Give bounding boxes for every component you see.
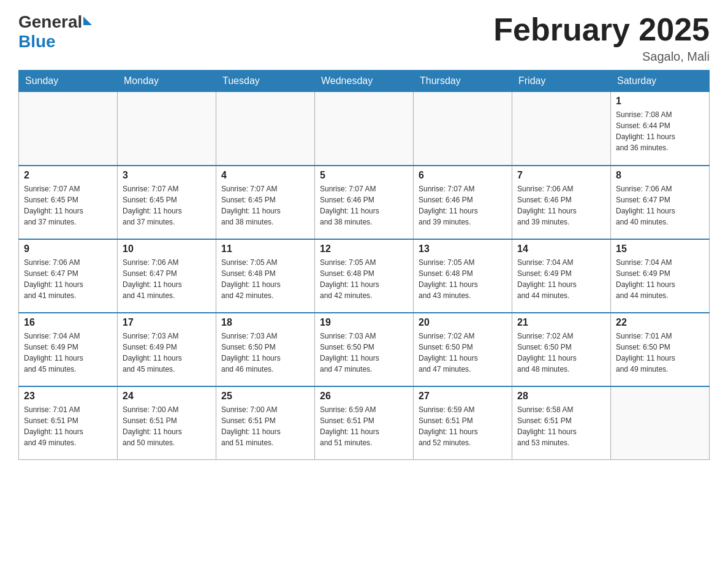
calendar-week-row: 2Sunrise: 7:07 AM Sunset: 6:45 PM Daylig… <box>19 166 710 239</box>
weekday-header-saturday: Saturday <box>611 71 710 92</box>
day-number: 9 <box>24 243 112 255</box>
weekday-header-thursday: Thursday <box>414 71 512 92</box>
day-number: 28 <box>517 391 605 402</box>
weekday-header-sunday: Sunday <box>19 71 118 92</box>
day-info: Sunrise: 7:00 AM Sunset: 6:51 PM Dayligh… <box>123 404 211 448</box>
weekday-header-wednesday: Wednesday <box>315 71 414 92</box>
calendar-cell: 8Sunrise: 7:06 AM Sunset: 6:47 PM Daylig… <box>611 166 710 239</box>
day-number: 5 <box>320 170 408 181</box>
day-info: Sunrise: 7:07 AM Sunset: 6:45 PM Dayligh… <box>24 183 112 228</box>
day-info: Sunrise: 6:59 AM Sunset: 6:51 PM Dayligh… <box>419 404 507 448</box>
day-info: Sunrise: 7:05 AM Sunset: 6:48 PM Dayligh… <box>419 257 507 301</box>
calendar-week-row: 23Sunrise: 7:01 AM Sunset: 6:51 PM Dayli… <box>19 386 710 460</box>
calendar-cell: 21Sunrise: 7:02 AM Sunset: 6:50 PM Dayli… <box>512 313 611 386</box>
calendar-cell: 24Sunrise: 7:00 AM Sunset: 6:51 PM Dayli… <box>118 386 216 460</box>
day-info: Sunrise: 7:03 AM Sunset: 6:49 PM Dayligh… <box>123 331 211 375</box>
calendar-cell: 9Sunrise: 7:06 AM Sunset: 6:47 PM Daylig… <box>19 239 118 313</box>
calendar-cell: 16Sunrise: 7:04 AM Sunset: 6:49 PM Dayli… <box>19 313 118 386</box>
calendar-cell: 26Sunrise: 6:59 AM Sunset: 6:51 PM Dayli… <box>315 386 414 460</box>
day-number: 13 <box>419 243 507 255</box>
day-info: Sunrise: 7:01 AM Sunset: 6:50 PM Dayligh… <box>616 331 704 375</box>
calendar-cell: 22Sunrise: 7:01 AM Sunset: 6:50 PM Dayli… <box>611 313 710 386</box>
calendar-cell: 18Sunrise: 7:03 AM Sunset: 6:50 PM Dayli… <box>216 313 315 386</box>
calendar-week-row: 9Sunrise: 7:06 AM Sunset: 6:47 PM Daylig… <box>19 239 710 313</box>
weekday-header-friday: Friday <box>512 71 611 92</box>
calendar-cell: 1Sunrise: 7:08 AM Sunset: 6:44 PM Daylig… <box>611 92 710 166</box>
logo-arrow-icon <box>83 17 92 25</box>
calendar-cell: 3Sunrise: 7:07 AM Sunset: 6:45 PM Daylig… <box>118 166 216 239</box>
day-number: 4 <box>221 170 309 181</box>
day-number: 16 <box>24 317 112 328</box>
calendar-week-row: 1Sunrise: 7:08 AM Sunset: 6:44 PM Daylig… <box>19 92 710 166</box>
weekday-header-monday: Monday <box>118 71 216 92</box>
calendar-cell: 6Sunrise: 7:07 AM Sunset: 6:46 PM Daylig… <box>414 166 512 239</box>
calendar-cell: 5Sunrise: 7:07 AM Sunset: 6:46 PM Daylig… <box>315 166 414 239</box>
day-info: Sunrise: 7:07 AM Sunset: 6:46 PM Dayligh… <box>419 183 507 228</box>
day-info: Sunrise: 6:58 AM Sunset: 6:51 PM Dayligh… <box>517 404 605 448</box>
calendar-cell: 27Sunrise: 6:59 AM Sunset: 6:51 PM Dayli… <box>414 386 512 460</box>
day-info: Sunrise: 7:06 AM Sunset: 6:46 PM Dayligh… <box>517 183 605 228</box>
logo-blue-text: Blue <box>18 32 56 52</box>
calendar-cell: 10Sunrise: 7:06 AM Sunset: 6:47 PM Dayli… <box>118 239 216 313</box>
calendar-cell <box>216 92 315 166</box>
day-info: Sunrise: 6:59 AM Sunset: 6:51 PM Dayligh… <box>320 404 408 448</box>
calendar-cell <box>512 92 611 166</box>
calendar-cell: 20Sunrise: 7:02 AM Sunset: 6:50 PM Dayli… <box>414 313 512 386</box>
calendar-cell: 2Sunrise: 7:07 AM Sunset: 6:45 PM Daylig… <box>19 166 118 239</box>
location-subtitle: Sagalo, Mali <box>493 50 710 64</box>
calendar-cell <box>118 92 216 166</box>
day-info: Sunrise: 7:04 AM Sunset: 6:49 PM Dayligh… <box>616 257 704 301</box>
calendar-cell: 14Sunrise: 7:04 AM Sunset: 6:49 PM Dayli… <box>512 239 611 313</box>
day-number: 23 <box>24 391 112 402</box>
day-info: Sunrise: 7:04 AM Sunset: 6:49 PM Dayligh… <box>517 257 605 301</box>
logo-general-text: General <box>18 12 82 32</box>
day-number: 22 <box>616 317 704 328</box>
page-header: General Blue February 2025 Sagalo, Mali <box>18 12 710 64</box>
day-info: Sunrise: 7:07 AM Sunset: 6:45 PM Dayligh… <box>123 183 211 228</box>
day-info: Sunrise: 7:06 AM Sunset: 6:47 PM Dayligh… <box>24 257 112 301</box>
calendar-cell: 11Sunrise: 7:05 AM Sunset: 6:48 PM Dayli… <box>216 239 315 313</box>
day-number: 3 <box>123 170 211 181</box>
day-info: Sunrise: 7:06 AM Sunset: 6:47 PM Dayligh… <box>123 257 211 301</box>
day-info: Sunrise: 7:01 AM Sunset: 6:51 PM Dayligh… <box>24 404 112 448</box>
calendar-cell <box>315 92 414 166</box>
calendar-cell: 7Sunrise: 7:06 AM Sunset: 6:46 PM Daylig… <box>512 166 611 239</box>
month-title: February 2025 <box>493 12 710 47</box>
day-number: 20 <box>419 317 507 328</box>
day-number: 6 <box>419 170 507 181</box>
calendar-cell: 12Sunrise: 7:05 AM Sunset: 6:48 PM Dayli… <box>315 239 414 313</box>
day-info: Sunrise: 7:06 AM Sunset: 6:47 PM Dayligh… <box>616 183 704 228</box>
day-info: Sunrise: 7:08 AM Sunset: 6:44 PM Dayligh… <box>616 109 704 153</box>
day-info: Sunrise: 7:03 AM Sunset: 6:50 PM Dayligh… <box>221 331 309 375</box>
day-info: Sunrise: 7:07 AM Sunset: 6:46 PM Dayligh… <box>320 183 408 228</box>
calendar-cell: 4Sunrise: 7:07 AM Sunset: 6:45 PM Daylig… <box>216 166 315 239</box>
title-section: February 2025 Sagalo, Mali <box>493 12 710 64</box>
day-info: Sunrise: 7:05 AM Sunset: 6:48 PM Dayligh… <box>320 257 408 301</box>
day-info: Sunrise: 7:02 AM Sunset: 6:50 PM Dayligh… <box>517 331 605 375</box>
day-number: 21 <box>517 317 605 328</box>
calendar-cell: 25Sunrise: 7:00 AM Sunset: 6:51 PM Dayli… <box>216 386 315 460</box>
calendar-cell: 28Sunrise: 6:58 AM Sunset: 6:51 PM Dayli… <box>512 386 611 460</box>
day-number: 8 <box>616 170 704 181</box>
day-number: 2 <box>24 170 112 181</box>
day-number: 26 <box>320 391 408 402</box>
calendar-week-row: 16Sunrise: 7:04 AM Sunset: 6:49 PM Dayli… <box>19 313 710 386</box>
calendar-cell <box>19 92 118 166</box>
calendar-cell: 15Sunrise: 7:04 AM Sunset: 6:49 PM Dayli… <box>611 239 710 313</box>
day-number: 18 <box>221 317 309 328</box>
day-number: 10 <box>123 243 211 255</box>
calendar-cell: 17Sunrise: 7:03 AM Sunset: 6:49 PM Dayli… <box>118 313 216 386</box>
day-info: Sunrise: 7:05 AM Sunset: 6:48 PM Dayligh… <box>221 257 309 301</box>
calendar-cell: 19Sunrise: 7:03 AM Sunset: 6:50 PM Dayli… <box>315 313 414 386</box>
day-number: 25 <box>221 391 309 402</box>
day-number: 1 <box>616 96 704 107</box>
day-number: 7 <box>517 170 605 181</box>
weekday-header-row: SundayMondayTuesdayWednesdayThursdayFrid… <box>19 71 710 92</box>
day-number: 14 <box>517 243 605 255</box>
calendar-table: SundayMondayTuesdayWednesdayThursdayFrid… <box>18 70 710 460</box>
logo: General Blue <box>18 12 92 52</box>
day-number: 15 <box>616 243 704 255</box>
calendar-cell: 23Sunrise: 7:01 AM Sunset: 6:51 PM Dayli… <box>19 386 118 460</box>
day-info: Sunrise: 7:00 AM Sunset: 6:51 PM Dayligh… <box>221 404 309 448</box>
day-info: Sunrise: 7:03 AM Sunset: 6:50 PM Dayligh… <box>320 331 408 375</box>
